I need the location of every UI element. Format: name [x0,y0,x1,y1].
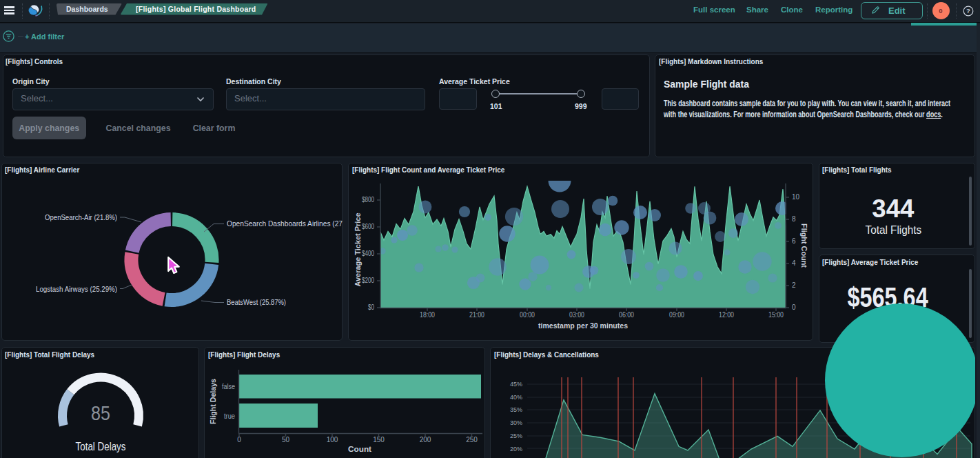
svg-text:false: false [222,383,235,390]
svg-text:45%: 45% [510,380,523,388]
svg-text:$600: $600 [362,223,374,230]
svg-text:Logstash Airways (25.29%): Logstash Airways (25.29%) [36,285,117,293]
svg-text:12:00: 12:00 [719,311,734,319]
svg-text:Flight Count: Flight Count [800,223,808,268]
svg-text:20%: 20% [510,445,523,452]
svg-text:$0: $0 [368,303,374,311]
svg-text:30%: 30% [510,419,523,426]
svg-text:06:00: 06:00 [619,311,634,319]
svg-text:2: 2 [792,281,796,289]
svg-text:00:00: 00:00 [520,311,535,319]
svg-text:0: 0 [792,303,796,311]
svg-text:0: 0 [237,436,241,444]
svg-text:Total Delays: Total Delays [76,440,126,452]
svg-text:25%: 25% [510,432,523,439]
svg-text:true: true [224,412,235,420]
svg-text:35%: 35% [510,406,523,413]
svg-text:50: 50 [282,436,290,444]
svg-text:$200: $200 [362,277,374,284]
svg-text:21:00: 21:00 [469,311,484,319]
svg-text:8: 8 [792,215,796,223]
svg-text:100: 100 [327,436,338,444]
svg-text:15:00: 15:00 [768,311,784,319]
svg-text:BeatsWest (25.87%): BeatsWest (25.87%) [227,298,286,306]
svg-text:18:00: 18:00 [420,311,435,319]
svg-text:6: 6 [792,237,796,245]
svg-text:OpenSearch-Air (21.8%): OpenSearch-Air (21.8%) [45,213,117,221]
svg-text:250: 250 [466,436,478,444]
svg-text:85: 85 [91,402,110,424]
svg-text:10: 10 [792,193,800,201]
svg-text:150: 150 [373,436,385,444]
svg-text:200: 200 [420,436,431,444]
svg-text:09:00: 09:00 [669,311,684,319]
svg-text:40%: 40% [510,393,523,401]
svg-text:$400: $400 [362,250,374,257]
svg-text:4: 4 [792,259,796,267]
svg-text:Average Ticket Price: Average Ticket Price [354,213,362,287]
svg-text:Flight Delays: Flight Delays [209,379,217,424]
svg-text:OpenSearch Dashboards Airlines: OpenSearch Dashboards Airlines (27 [227,219,343,228]
svg-text:Count: Count [348,445,371,453]
svg-text:timestamp per 30 minutes: timestamp per 30 minutes [538,321,628,330]
svg-text:03:00: 03:00 [569,311,584,319]
svg-text:$800: $800 [362,196,374,203]
